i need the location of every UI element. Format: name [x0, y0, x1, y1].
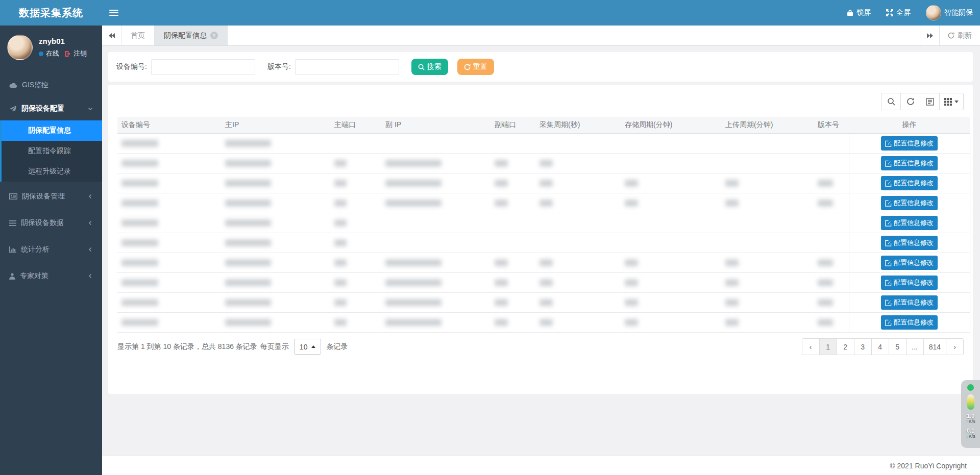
- page-next-button[interactable]: ›: [946, 338, 964, 355]
- close-icon[interactable]: ×: [210, 32, 218, 39]
- sidebar-item-gis[interactable]: GIS监控: [0, 73, 102, 97]
- redacted-value: [121, 319, 158, 326]
- table-cell: [814, 293, 849, 313]
- page-button-3[interactable]: 3: [854, 338, 872, 355]
- table-row: 配置信息修改: [117, 193, 970, 213]
- config-edit-button[interactable]: 配置信息修改: [881, 156, 938, 170]
- edit-icon: [885, 160, 892, 167]
- table-cell-actions: 配置信息修改: [849, 213, 970, 233]
- column-header: 主IP: [221, 117, 330, 134]
- config-edit-button[interactable]: 配置信息修改: [881, 136, 938, 151]
- sidebar-item-remote-upgrade[interactable]: 远程升级记录: [2, 161, 102, 182]
- table-cell: [721, 154, 814, 173]
- table-cell: [814, 213, 849, 233]
- table-cell: [381, 313, 491, 333]
- redacted-value: [225, 160, 271, 167]
- page-size-dropdown[interactable]: 10: [294, 339, 322, 355]
- chevron-left-icon: [88, 273, 93, 279]
- device-number-input[interactable]: [151, 59, 255, 75]
- page-prev-button[interactable]: ‹: [802, 338, 820, 355]
- toolbar-columns-button[interactable]: [939, 93, 964, 110]
- config-edit-button[interactable]: 配置信息修改: [881, 295, 938, 310]
- table-row: 配置信息修改: [117, 173, 970, 193]
- tabs-scroll-left-button[interactable]: [102, 26, 121, 45]
- search-button[interactable]: 搜索: [411, 59, 448, 75]
- reset-button[interactable]: 重置: [457, 59, 494, 75]
- avatar: [926, 5, 941, 20]
- detail-view-icon: [926, 98, 934, 106]
- config-edit-button[interactable]: 配置信息修改: [881, 315, 938, 330]
- table-cell: [381, 134, 491, 154]
- redacted-value: [121, 299, 158, 306]
- tabs-scroll-right-button[interactable]: [920, 26, 939, 45]
- table-cell: [221, 293, 330, 313]
- search-button-label: 搜索: [427, 62, 442, 71]
- search-panel: 设备编号: 版本号: 搜索 重置: [108, 52, 973, 82]
- page-button-2[interactable]: 2: [837, 338, 854, 355]
- search-icon: [418, 64, 425, 70]
- page-button-1[interactable]: 1: [819, 338, 837, 355]
- sidebar-item-expert[interactable]: 专家对策: [0, 264, 102, 288]
- sidebar-item-config-info[interactable]: 阴保配置信息: [2, 120, 102, 141]
- table-cell: [491, 293, 535, 313]
- table-cell: [535, 253, 621, 273]
- table-cell: [535, 273, 621, 293]
- table-cell: [491, 253, 535, 273]
- config-edit-button[interactable]: 配置信息修改: [881, 236, 938, 250]
- sidebar-item-device-manage[interactable]: 阴保设备管理: [0, 185, 102, 208]
- online-status-icon: [39, 52, 43, 56]
- avatar: [7, 35, 33, 60]
- config-edit-button[interactable]: 配置信息修改: [881, 196, 938, 210]
- toolbar-detail-view-button[interactable]: [920, 93, 940, 110]
- toolbar-refresh-button[interactable]: [900, 93, 920, 110]
- logout-link[interactable]: 注销: [65, 49, 87, 58]
- table-cell-actions: 配置信息修改: [849, 313, 970, 333]
- table-cell: [117, 213, 221, 233]
- table-cell: [381, 233, 491, 253]
- table-cell-actions: 配置信息修改: [849, 193, 970, 213]
- table-cell: [721, 293, 814, 313]
- page-button-814[interactable]: 814: [923, 338, 946, 355]
- redacted-value: [334, 319, 347, 326]
- table-cell: [621, 193, 721, 213]
- sidebar-item-device-config[interactable]: 阴保设备配置: [0, 97, 102, 120]
- config-edit-button[interactable]: 配置信息修改: [881, 276, 938, 290]
- table-cell: [721, 134, 814, 154]
- table-row: 配置信息修改: [117, 233, 970, 253]
- tab-home[interactable]: 首页: [121, 26, 155, 45]
- version-number-input[interactable]: [295, 59, 399, 75]
- column-header: 上传周期(分钟): [721, 117, 814, 134]
- lock-screen-button[interactable]: 锁屏: [847, 8, 871, 17]
- config-edit-button[interactable]: 配置信息修改: [881, 256, 938, 270]
- table-cell: [117, 154, 221, 173]
- table-cell-actions: 配置信息修改: [849, 233, 970, 253]
- config-edit-button[interactable]: 配置信息修改: [881, 216, 938, 230]
- edit-icon: [885, 299, 892, 306]
- table-cell: [814, 134, 849, 154]
- table-cell: [621, 213, 721, 233]
- sidebar-item-device-data[interactable]: 阴保设备数据: [0, 211, 102, 235]
- tab-config-info[interactable]: 阴保配置信息 ×: [155, 26, 228, 45]
- redacted-value: [495, 160, 508, 167]
- config-edit-button[interactable]: 配置信息修改: [881, 176, 938, 190]
- sidebar-item-statistics[interactable]: 统计分析: [0, 238, 102, 261]
- sidebar-user-panel: znyb01 在线 注销: [0, 26, 102, 69]
- paper-plane-icon: [9, 105, 17, 113]
- redacted-value: [121, 180, 158, 187]
- page-button-5[interactable]: 5: [889, 338, 906, 355]
- sidebar-toggle-button[interactable]: [102, 0, 126, 26]
- sidebar-item-command-trace[interactable]: 配置指令跟踪: [2, 141, 102, 161]
- toolbar-search-button[interactable]: [881, 93, 901, 110]
- page-size-prefix: 每页显示: [260, 342, 289, 352]
- fullscreen-button[interactable]: 全屏: [886, 8, 911, 17]
- net-speed-widget[interactable]: 1.0 ↑K/s 0.1 ↓K/s: [961, 380, 980, 448]
- caret-up-icon: [311, 345, 315, 348]
- table-cell: [221, 253, 330, 273]
- page-size-suffix: 条记录: [326, 342, 348, 352]
- page-button-4[interactable]: 4: [871, 338, 889, 355]
- page-button-...[interactable]: ...: [906, 338, 924, 355]
- tab-refresh-button[interactable]: 刷新: [939, 26, 980, 45]
- table-cell: [117, 273, 221, 293]
- topbar-user-menu[interactable]: 智能阴保: [926, 5, 973, 20]
- id-card-icon: [9, 193, 17, 199]
